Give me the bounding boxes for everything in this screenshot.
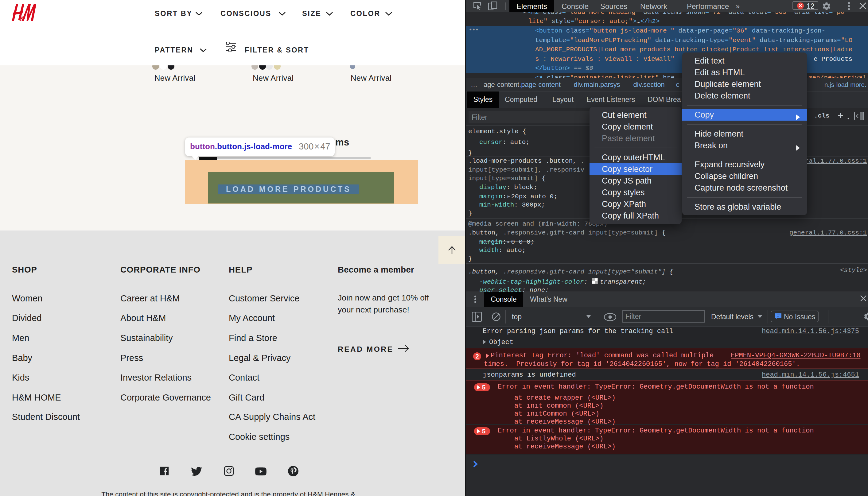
svg-text:&: & [19,15,25,23]
